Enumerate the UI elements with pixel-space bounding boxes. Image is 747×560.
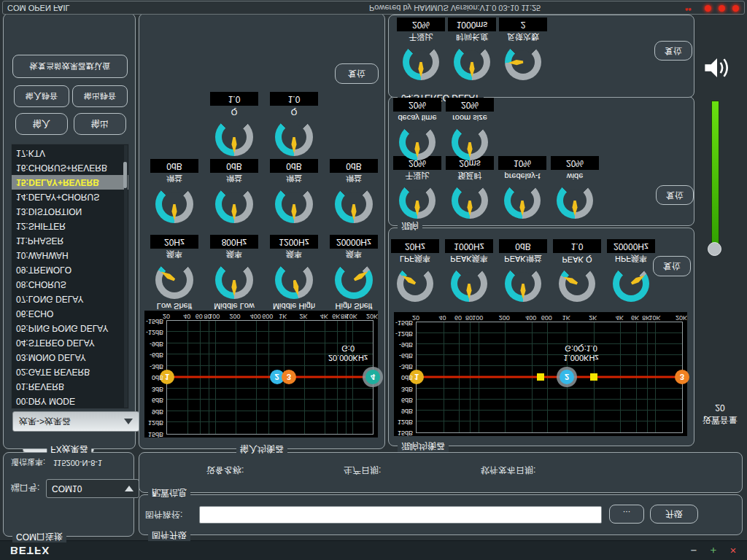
reverb-knob-r1-2-knob[interactable]: [452, 182, 488, 219]
band-1-gain-knob[interactable]: [155, 185, 193, 223]
reverb-eq-knob-3-knob[interactable]: [505, 265, 541, 302]
effect-list-item[interactable]: 13:DISTORTION: [12, 204, 128, 219]
effect-list-item[interactable]: 09:TREMOLO: [12, 262, 128, 277]
band-3-freq-knob[interactable]: [275, 261, 313, 299]
effect-list-item[interactable]: 05:PING PONG DELAY: [12, 321, 128, 335]
minimize-icon[interactable]: −: [686, 543, 701, 558]
maximize-icon[interactable]: +: [706, 543, 721, 558]
effect-list-item[interactable]: 06:ECHO: [12, 306, 128, 321]
input-eq-graph-annotation: 20.000KHzG:0: [328, 344, 368, 363]
effect-list-item[interactable]: 10:WAHWAH: [12, 248, 128, 262]
effect-list-item[interactable]: 15:DELAY+REVERB: [12, 175, 128, 190]
input-eq-graph-xlabel: 200: [229, 313, 240, 320]
band-4-gain-knob[interactable]: [335, 185, 373, 223]
band-2-q-knob[interactable]: [215, 118, 253, 156]
reverb-eq-graph-q-handle-2[interactable]: [590, 374, 597, 381]
reverb-knob-r1-3-knob[interactable]: [504, 182, 541, 219]
reverb-eq-graph-xlabel: 600: [541, 314, 552, 322]
effect-list-scrollbar[interactable]: [124, 145, 128, 408]
effect-list-item[interactable]: 08:CHORUS: [12, 277, 128, 292]
input-eq-graph-point-4[interactable]: 4: [365, 370, 380, 385]
reverb-eq-graph-plot[interactable]: 1231.000KHzG:0Q:1.0: [416, 322, 683, 433]
volume-slider-track[interactable]: [711, 101, 719, 254]
stereo-delay-reset-button[interactable]: 复位: [654, 41, 692, 61]
reverb-knob-r2-1-knob[interactable]: [399, 124, 436, 160]
scrollbar-thumb[interactable]: [123, 162, 127, 188]
reverb-eq-knob-4-knob[interactable]: [559, 265, 595, 302]
reverb-eq-knob-3-label: PEAK增益: [498, 253, 549, 264]
reverb-eq-graph-xlabel: 6K: [631, 314, 639, 322]
reverb-eq-graph-xlabel: 400: [525, 314, 536, 322]
band-4-freq-knob[interactable]: [335, 261, 373, 299]
output-mute-button[interactable]: 输出静音: [72, 85, 128, 107]
input-eq-graph-xlabel: 100: [209, 313, 220, 320]
input-eq-graph-point-3[interactable]: 3: [282, 370, 296, 385]
input-eq-graph-xlabel: 20K: [366, 313, 378, 320]
stereo-delay-knob-1-knob[interactable]: [403, 44, 439, 80]
reverb-knob-r1-4-knob[interactable]: [557, 182, 593, 219]
software-release-date-label: 软件发布日期:: [481, 464, 535, 476]
band-3-gain-label: 增益: [266, 173, 322, 184]
upgrade-button[interactable]: 升级: [650, 505, 698, 524]
effect-list-item[interactable]: 14:DELAY+CHORUS: [12, 190, 128, 204]
input-eq-graph-ylabel: 0dB: [144, 375, 163, 382]
input-eq-graph-xlabel: 600: [262, 313, 273, 320]
effect-list-item[interactable]: 02:GATE REVERB: [12, 365, 128, 379]
effect-list-item[interactable]: 03:MONO DELAY: [12, 350, 128, 365]
reverb-eq-knob-5-value: 20000Hz: [607, 239, 655, 253]
volume-slider-handle[interactable]: [708, 242, 721, 256]
effect-list-item[interactable]: 07:LONG DELAY: [12, 292, 128, 306]
reverb-eq-reset-button[interactable]: 复位: [653, 256, 691, 276]
close-icon[interactable]: ×: [726, 543, 740, 558]
stereo-delay-knob-2-knob[interactable]: [454, 44, 490, 80]
band-3-freq-band-label: Middle High: [266, 302, 322, 311]
speaker-icon[interactable]: [703, 55, 731, 80]
reverb-knob-r1-1-knob[interactable]: [399, 182, 436, 219]
chevron-up-icon: [124, 419, 133, 424]
reverb-eq-knob-5-knob[interactable]: [613, 265, 649, 302]
effect-list-item[interactable]: 04:STEREO DELAY: [12, 335, 128, 350]
firmware-upgrade-panel: 固件升级 固件路径: … 升级: [139, 494, 743, 535]
restore-defaults-button[interactable]: 恢复当前效果器默认值: [12, 55, 128, 78]
effect-list-item[interactable]: 11:PHASER: [12, 233, 128, 248]
fx-panel: FX效果器 效果->效果器 00:DRY MODE01:REVERB02:GAT…: [3, 13, 136, 449]
band-3-gain-knob[interactable]: [275, 185, 313, 223]
band-2-gain-knob[interactable]: [215, 185, 253, 223]
stereo-delay-knob-3-knob[interactable]: [505, 44, 541, 80]
reverb-eq-graph: 1231.000KHzG:0Q:1.015dB12dB9dB6dB3dB0dB-…: [394, 312, 687, 436]
input-eq-graph-ylabel: -15dB: [144, 318, 163, 325]
band-4-gain-value: 0dB: [330, 159, 378, 173]
effect-list-item[interactable]: 00:DRY MODE: [12, 394, 128, 408]
input-eq-graph-ylabel: -6dB: [144, 352, 163, 359]
band-3-q-knob[interactable]: [275, 118, 313, 156]
reverb-knob-r2-2-knob[interactable]: [452, 124, 488, 160]
effect-category-dropdown[interactable]: 效果->效果器: [12, 411, 139, 432]
reverb-reset-button[interactable]: 复位: [656, 185, 694, 205]
port-select[interactable]: COM10: [46, 479, 139, 498]
input-eq-graph-xlabel: 6K: [332, 313, 340, 320]
effect-list-item[interactable]: 01:REVERB: [12, 379, 128, 394]
reverb-eq-knob-1-knob[interactable]: [397, 265, 433, 302]
band-4-gain-label: 增益: [325, 173, 382, 184]
input-mute-button[interactable]: 输入静音: [14, 85, 69, 107]
input-eq-reset-button[interactable]: 复位: [335, 63, 379, 84]
browse-button[interactable]: …: [609, 505, 644, 524]
reverb-eq-knob-5-label: HPF频率: [605, 253, 657, 264]
effect-list-item[interactable]: 12:SHIFTER: [12, 219, 128, 233]
firmware-path-input[interactable]: [199, 506, 602, 524]
reverb-eq-graph-point-3[interactable]: 3: [675, 370, 689, 385]
reverb-eq-knob-2-knob[interactable]: [451, 265, 487, 302]
chevron-down-icon: [125, 486, 133, 491]
effect-list-item[interactable]: 17:KTV: [12, 146, 128, 160]
band-2-freq-knob[interactable]: [215, 261, 253, 299]
input-eq-graph-xlabel: 10K: [346, 313, 357, 320]
stereo-delay-knob-2-label: 时间长度: [448, 31, 496, 42]
band-1-freq-knob[interactable]: [155, 261, 193, 299]
volume-value: 20: [694, 402, 746, 413]
effect-list-item[interactable]: 16:CHORUS+REVERB: [12, 160, 128, 175]
input-eq-graph-plot[interactable]: 123420.000KHzG:0: [166, 320, 374, 435]
reverb-eq-graph-q-handle-1[interactable]: [537, 374, 544, 381]
output-button[interactable]: 输出: [74, 113, 126, 135]
reverb-eq-graph-point-2[interactable]: 2: [560, 370, 574, 385]
input-button[interactable]: 输入: [15, 113, 68, 135]
